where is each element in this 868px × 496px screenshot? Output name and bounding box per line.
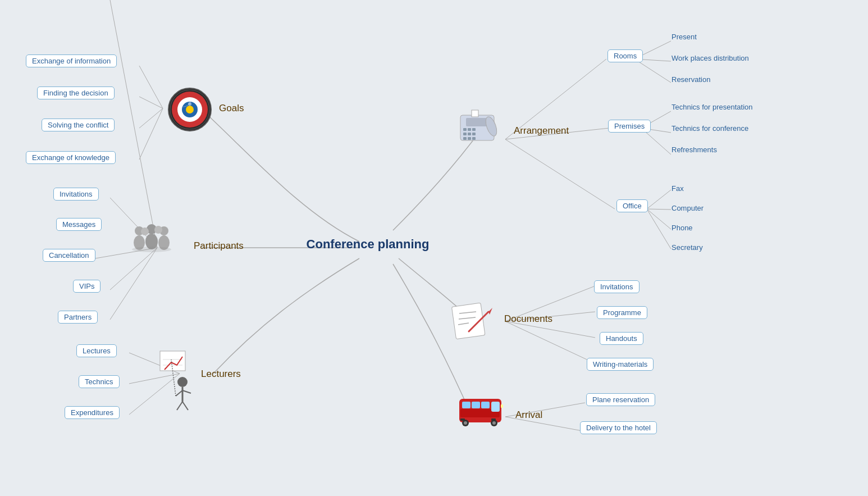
participants-item-4: VIPs [73, 280, 100, 293]
lecturers-label: Lecturers [201, 368, 241, 380]
documents-item-1: Invitations [594, 280, 639, 293]
svg-rect-81 [472, 402, 480, 408]
participants-item-1: Invitations [53, 188, 99, 201]
svg-rect-67 [472, 133, 476, 135]
svg-point-53 [177, 377, 188, 387]
rooms-item-1: Present [671, 33, 697, 41]
office-item-4: Secretary [671, 243, 703, 252]
documents-item-3: Handouts [600, 332, 643, 345]
svg-rect-71 [472, 110, 478, 117]
premises-item-3: Refreshments [671, 145, 717, 154]
office-item-3: Phone [671, 224, 693, 232]
svg-rect-65 [463, 133, 467, 135]
premises-item-2: Technics for conference [671, 124, 748, 133]
premises-box: Premises [608, 120, 651, 133]
documents-item-4: Writing-materials [587, 358, 654, 371]
goals-item-3: Solving the conflict [42, 119, 115, 131]
goals-item-2: Finding the decision [37, 87, 115, 99]
svg-point-45 [141, 227, 149, 235]
rooms-item-2: Work places distribution [671, 54, 749, 62]
svg-rect-70 [472, 137, 476, 140]
premises-item-1: Technics for presentation [671, 103, 753, 111]
participants-item-3: Cancellation [43, 249, 95, 262]
svg-rect-62 [463, 128, 467, 131]
office-item-1: Fax [671, 184, 684, 193]
svg-rect-50 [160, 351, 185, 371]
goals-item-1: Exchange of information [26, 54, 117, 67]
documents-item-2: Programme [597, 306, 647, 319]
svg-point-86 [464, 421, 467, 425]
arrival-item-1: Plane reservation [586, 393, 655, 406]
svg-rect-82 [481, 402, 490, 408]
lecturers-item-3: Expenditures [65, 406, 120, 419]
svg-rect-69 [468, 137, 471, 140]
participants-item-5: Partners [58, 311, 98, 324]
arrangement-label: Arrangement [514, 125, 569, 136]
goals-label: Goals [219, 103, 244, 114]
svg-rect-61 [466, 118, 488, 126]
svg-point-88 [492, 421, 496, 425]
svg-rect-68 [463, 137, 467, 140]
lecturers-item-2: Technics [79, 375, 120, 388]
arrival-label: Arrival [515, 409, 542, 421]
lecturers-item-1: Lectures [76, 344, 117, 357]
center-title: Conference planning [306, 237, 430, 252]
svg-rect-66 [468, 133, 471, 135]
rooms-box: Rooms [607, 49, 643, 62]
svg-rect-80 [462, 402, 470, 408]
svg-rect-90 [491, 402, 500, 412]
participants-label: Participants [194, 240, 244, 252]
svg-rect-63 [468, 128, 471, 131]
arrival-item-2: Delivery to the hotel [580, 421, 657, 434]
svg-rect-64 [472, 128, 476, 131]
svg-point-36 [186, 106, 194, 113]
svg-rect-91 [501, 404, 503, 408]
rooms-item-3: Reservation [671, 75, 710, 84]
participants-item-2: Messages [56, 218, 102, 231]
documents-label: Documents [504, 313, 552, 325]
svg-point-49 [132, 247, 171, 252]
office-item-2: Computer [671, 204, 703, 212]
svg-point-48 [154, 226, 162, 234]
goals-item-4: Exchange of knowledge [26, 151, 116, 164]
office-box: Office [616, 199, 648, 212]
svg-rect-0 [0, 0, 868, 496]
